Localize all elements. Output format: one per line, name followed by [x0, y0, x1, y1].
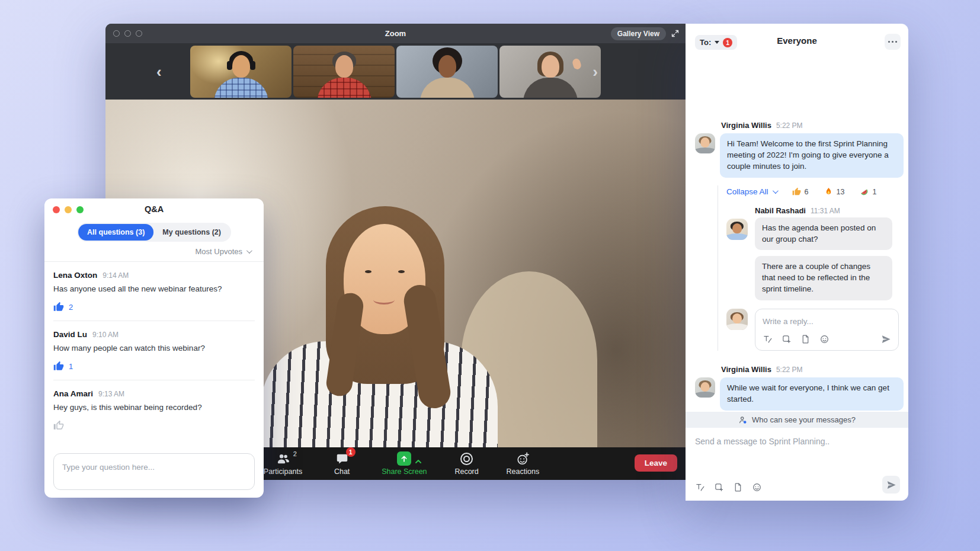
- upvote-count: 2: [69, 303, 73, 312]
- reactions-button[interactable]: Reactions: [507, 451, 540, 476]
- send-reply-icon[interactable]: [881, 334, 891, 344]
- emoji-icon[interactable]: [819, 334, 830, 344]
- share-screen-icon: [397, 451, 411, 466]
- upvote-button[interactable]: 1: [53, 361, 255, 371]
- upvote-button[interactable]: [53, 420, 255, 431]
- screen-capture-icon[interactable]: [714, 482, 724, 492]
- person-figure: [726, 233, 748, 240]
- question-author: Ana Amari: [53, 389, 93, 398]
- toolbar-buttons: 2 Participants 1 Chat: [264, 451, 539, 476]
- message-time: 11:31 AM: [811, 207, 840, 215]
- titlebar-actions: Gallery View: [611, 24, 680, 43]
- question-meta: Ana Amari 9:13 AM: [53, 389, 255, 398]
- share-options-caret-icon[interactable]: [415, 456, 422, 466]
- question-item: Ana Amari 9:13 AM Hey guys, is this webi…: [53, 380, 255, 439]
- headphones-figure: [250, 61, 255, 70]
- question-author: Lena Oxton: [53, 271, 97, 280]
- headphones-figure: [229, 51, 253, 63]
- question-meta: Lena Oxton 9:14 AM: [53, 271, 255, 280]
- message-time: 5:22 PM: [776, 121, 803, 130]
- thumbs-up-icon: [53, 420, 64, 431]
- fullscreen-expand-icon[interactable]: [671, 29, 680, 38]
- question-meta: David Lu 9:10 AM: [53, 330, 255, 339]
- message-meta: Nabil Rashadi 11:31 AM: [726, 206, 899, 215]
- tab-my-questions[interactable]: My questions (2): [153, 224, 230, 241]
- chat-message: Virginia Willis 5:22 PM Hi Team! Welcome…: [695, 121, 899, 178]
- person-figure: [701, 382, 710, 392]
- share-screen-icon: [397, 451, 411, 466]
- collapse-all-button[interactable]: Collapse All: [726, 187, 777, 196]
- attach-file-icon[interactable]: [800, 334, 811, 344]
- chat-panel: To: 1 Everyone Virginia Willis 5:22 PM H…: [686, 24, 908, 501]
- question-time: 9:13 AM: [98, 390, 124, 398]
- thread-reply: [726, 309, 899, 351]
- record-label: Record: [454, 467, 478, 476]
- composer-toolbar: [695, 482, 873, 492]
- filmstrip-prev-button[interactable]: ‹: [156, 64, 162, 79]
- leave-button[interactable]: Leave: [635, 454, 677, 472]
- participants-count: 2: [293, 450, 297, 457]
- filmstrip-next-button[interactable]: ›: [593, 64, 598, 79]
- share-screen-label: Share Screen: [382, 467, 427, 476]
- chevron-down-icon: [773, 188, 779, 194]
- thumbs-up-icon: [53, 302, 64, 312]
- speaker-figure: [373, 295, 395, 305]
- avatar: [726, 309, 748, 330]
- speaker-figure: [398, 270, 405, 273]
- share-screen-button[interactable]: Share Screen: [382, 451, 427, 476]
- participant-video-thumbnail[interactable]: [293, 46, 395, 98]
- message-bubble: There are a couple of changes that need …: [755, 256, 892, 300]
- participant-video-thumbnail[interactable]: [190, 46, 292, 98]
- message-bubble: Has the agenda been posted on our group …: [755, 217, 892, 251]
- thumbs-up-icon: [53, 361, 64, 371]
- send-message-button[interactable]: [882, 476, 900, 494]
- sort-label: Most Upvotes: [196, 247, 242, 256]
- message-meta: Virginia Willis 5:22 PM: [720, 121, 899, 130]
- message-input[interactable]: [695, 437, 899, 446]
- message-bubble: Hi Team! Welcome to the first Sprint Pla…: [720, 133, 904, 178]
- message-privacy-link[interactable]: Who can see your messages?: [686, 412, 908, 428]
- qa-window: Q&A All questions (3) My questions (2) M…: [44, 198, 264, 498]
- emoji-icon[interactable]: [752, 482, 762, 492]
- person-figure: [695, 392, 715, 398]
- record-icon: [460, 451, 473, 466]
- screen-capture-icon[interactable]: [782, 334, 792, 344]
- participant-video-thumbnail[interactable]: [499, 46, 601, 98]
- avatar: [726, 219, 748, 240]
- person-visibility-icon: [738, 415, 748, 425]
- reactions-icon: [516, 451, 530, 466]
- gallery-view-button[interactable]: Gallery View: [611, 27, 666, 40]
- fire-reaction[interactable]: 13: [824, 187, 845, 196]
- person-figure: [732, 223, 742, 233]
- avatar: [695, 377, 715, 398]
- record-button[interactable]: Record: [451, 451, 483, 476]
- watermelon-reaction[interactable]: 1: [860, 187, 876, 196]
- chevron-down-icon: [246, 248, 252, 254]
- message-bubble: While we wait for everyone, I think we c…: [720, 377, 904, 411]
- message-time: 5:22 PM: [776, 366, 803, 374]
- sender-name: Virginia Willis: [721, 121, 771, 130]
- reaction-count: 13: [837, 188, 845, 196]
- format-text-icon[interactable]: [695, 482, 705, 492]
- sender-name: Virginia Willis: [721, 365, 771, 374]
- message-thread: Collapse All 6 13 1: [718, 185, 899, 351]
- question-list: Lena Oxton 9:14 AM Has anyone used all t…: [44, 261, 264, 439]
- question-input[interactable]: [62, 463, 246, 472]
- speaker-figure: [365, 270, 371, 273]
- chat-button[interactable]: 1 Chat: [326, 451, 358, 476]
- upvote-button[interactable]: 2: [53, 302, 255, 312]
- sort-dropdown[interactable]: Most Upvotes: [196, 247, 251, 256]
- reaction-count: 1: [872, 188, 876, 196]
- person-figure: [438, 55, 456, 78]
- reply-input[interactable]: [763, 317, 891, 326]
- filmstrip-thumbnails: [190, 46, 601, 98]
- attach-file-icon[interactable]: [733, 482, 743, 492]
- participants-button[interactable]: 2 Participants: [264, 451, 302, 476]
- more-options-button[interactable]: [885, 34, 901, 50]
- format-text-icon[interactable]: [763, 334, 773, 344]
- person-figure: [726, 323, 748, 330]
- thumbs-up-reaction[interactable]: 6: [792, 187, 809, 196]
- chat-label: Chat: [334, 467, 350, 476]
- participant-video-thumbnail[interactable]: [396, 46, 498, 98]
- tab-all-questions[interactable]: All questions (3): [78, 224, 153, 241]
